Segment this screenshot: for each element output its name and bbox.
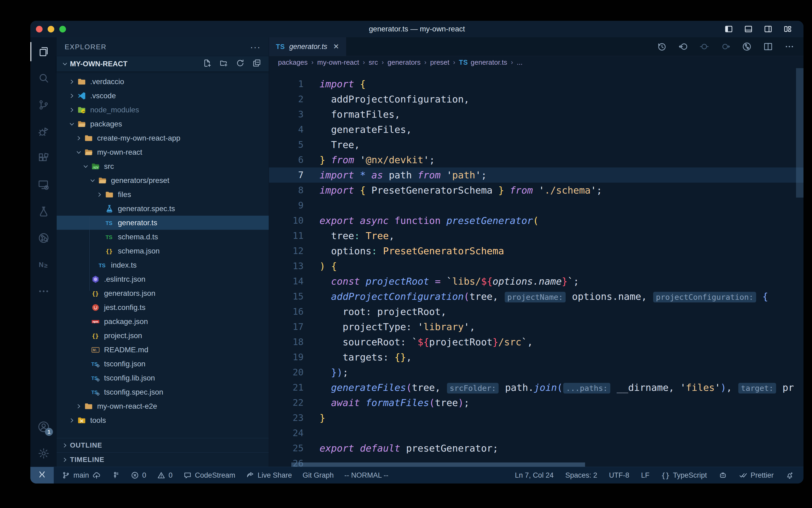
robot-icon: [719, 471, 727, 479]
tree-item-schema-d-ts[interactable]: TSschema.d.ts: [57, 230, 269, 244]
status-indentation[interactable]: Spaces: 2: [565, 471, 597, 479]
breadcrumb-item-generator-ts[interactable]: TSgenerator.ts: [459, 58, 507, 67]
breadcrumb-item-[interactable]: ...: [517, 58, 523, 67]
toggle-secondary-sidebar-icon[interactable]: [763, 25, 773, 33]
git-branch-overview-icon[interactable]: [742, 42, 752, 52]
tree-item-vscode[interactable]: .vscode: [57, 89, 269, 103]
tsconfig-icon: TS: [91, 387, 100, 397]
tree-item-schema-json[interactable]: {}schema.json: [57, 244, 269, 258]
tree-item-src[interactable]: </>src: [57, 159, 269, 173]
status-language-mode[interactable]: {}TypeScript: [661, 471, 707, 479]
code-line-6: 6} from '@nx/devkit';: [269, 152, 804, 167]
workspace-section-header[interactable]: MY-OWN-REACT: [57, 56, 269, 71]
tree-item-generator-ts[interactable]: TSgenerator.ts: [57, 216, 269, 230]
code-line-15: 15 addProjectConfiguration(tree, project…: [269, 289, 804, 304]
toggle-panel-icon[interactable]: [744, 25, 754, 33]
activity-settings-icon[interactable]: [30, 440, 57, 467]
breadcrumb-item-preset[interactable]: preset: [430, 58, 449, 67]
activity-source-control-icon[interactable]: [30, 92, 57, 118]
code-line-13: 13) {: [269, 258, 804, 274]
json-icon: {}: [104, 246, 114, 256]
activity-accounts-icon[interactable]: 1: [30, 414, 57, 440]
toggle-primary-sidebar-icon[interactable]: [724, 25, 734, 33]
new-file-icon[interactable]: [203, 58, 212, 70]
tree-item-files[interactable]: files: [57, 187, 269, 202]
breadcrumb-item-generators[interactable]: generators: [387, 58, 420, 67]
tree-item-package-json[interactable]: npmpackage.json: [57, 314, 269, 329]
activity-git-graph-icon[interactable]: [30, 225, 57, 251]
status-prettier[interactable]: Prettier: [739, 471, 774, 479]
remote-indicator[interactable]: [30, 467, 54, 483]
folder-icon: [84, 401, 93, 411]
tree-item-tsconfig-spec-json[interactable]: TStsconfig.spec.json: [57, 385, 269, 399]
tree-item-generators-json[interactable]: {}generators.json: [57, 286, 269, 300]
tree-item-create-my-own-react-app[interactable]: create-my-own-react-app: [57, 131, 269, 145]
tab-label: generator.ts: [289, 43, 327, 51]
status-live-share[interactable]: Live Share: [246, 471, 292, 479]
status-codestream[interactable]: CodeStream: [183, 471, 235, 479]
tree-item-verdaccio[interactable]: .verdaccio: [57, 75, 269, 89]
panel-outline[interactable]: OUTLINE: [57, 438, 269, 452]
activity-nx-console-icon[interactable]: N≥: [30, 251, 57, 278]
activity-remote-explorer-icon[interactable]: [30, 171, 57, 198]
split-editor-icon[interactable]: [763, 42, 773, 52]
code-line-8: 8import { PresetGeneratorSchema } from '…: [269, 183, 804, 198]
status-eol[interactable]: LF: [641, 471, 650, 479]
close-tab-icon[interactable]: ✕: [333, 42, 339, 51]
tree-item-generators-preset[interactable]: generators/preset: [57, 173, 269, 187]
tree-item-tools[interactable]: tools: [57, 413, 269, 427]
status-commits[interactable]: [111, 471, 120, 479]
json-icon: {}: [91, 289, 100, 298]
tree-item-my-own-react-e2e[interactable]: my-own-react-e2e: [57, 399, 269, 413]
line-content: await formatFiles(tree);: [303, 395, 470, 410]
tree-item-tsconfig-json[interactable]: TStsconfig.json: [57, 357, 269, 371]
customize-layout-icon[interactable]: [783, 25, 793, 33]
navigate-back-icon[interactable]: [678, 42, 688, 52]
tree-item-index-ts[interactable]: TSindex.ts: [57, 258, 269, 272]
tree-item-packages[interactable]: packages: [57, 117, 269, 131]
panel-timeline[interactable]: TIMELINE: [57, 452, 269, 467]
open-timeline-icon[interactable]: [657, 42, 667, 52]
sidebar-more-icon[interactable]: ···: [250, 42, 261, 52]
status-warnings[interactable]: 0: [157, 471, 173, 479]
tree-item-eslintrc-json[interactable]: .eslintrc.json: [57, 272, 269, 286]
new-folder-icon[interactable]: [219, 58, 228, 70]
status-git-branch[interactable]: main: [62, 471, 101, 479]
status-cursor-position[interactable]: Ln 7, Col 24: [515, 471, 554, 479]
breadcrumb-item-src[interactable]: src: [369, 58, 378, 67]
breadcrumb-item-packages[interactable]: packages: [278, 58, 307, 67]
horizontal-scrollbar[interactable]: [291, 462, 585, 467]
activity-run-debug-icon[interactable]: [30, 118, 57, 145]
tree-item-node-modules[interactable]: JSnode_modules: [57, 103, 269, 117]
activity-testing-icon[interactable]: [30, 198, 57, 225]
tree-item-generator-spec-ts[interactable]: generator.spec.ts: [57, 202, 269, 216]
explorer-sidebar: EXPLORER ··· MY-OWN-REACT .verdaccio.vsc…: [57, 37, 269, 467]
tree-item-label: .verdaccio: [90, 78, 124, 86]
ts-icon: TS: [104, 218, 114, 228]
activity-explorer-icon[interactable]: [30, 38, 57, 65]
tree-item-jest-config-ts[interactable]: jest.config.ts: [57, 300, 269, 314]
status-vim-mode[interactable]: -- NORMAL --: [344, 471, 388, 479]
refresh-explorer-icon[interactable]: [236, 58, 245, 70]
tree-item-readme-md[interactable]: M↓README.md: [57, 343, 269, 357]
code-editor[interactable]: 1import {2 addProjectConfiguration,3 for…: [269, 69, 804, 467]
tree-item-tsconfig-lib-json[interactable]: TStsconfig.lib.json: [57, 371, 269, 385]
breadcrumb-item-my-own-react[interactable]: my-own-react: [317, 58, 359, 67]
status-encoding[interactable]: UTF-8: [609, 471, 629, 479]
activity-search-icon[interactable]: [30, 65, 57, 92]
status-git-graph[interactable]: Git Graph: [302, 471, 334, 479]
tree-item-my-own-react[interactable]: my-own-react: [57, 145, 269, 159]
activity-more-icon[interactable]: [30, 278, 57, 305]
breadcrumb-label: src: [369, 58, 378, 67]
status-notifications[interactable]: [785, 471, 794, 479]
vertical-scrollbar[interactable]: [796, 68, 804, 198]
line-number: 1: [269, 76, 303, 92]
status-errors[interactable]: 0: [131, 471, 146, 479]
tab-generator-ts[interactable]: TS generator.ts ✕: [269, 37, 346, 56]
activity-extensions-icon[interactable]: [30, 145, 57, 171]
more-actions-icon[interactable]: [784, 42, 795, 52]
line-number: 25: [269, 441, 303, 456]
tree-item-project-json[interactable]: {}project.json: [57, 329, 269, 343]
status-copilot[interactable]: [719, 471, 727, 479]
collapse-folders-icon[interactable]: [252, 58, 261, 70]
